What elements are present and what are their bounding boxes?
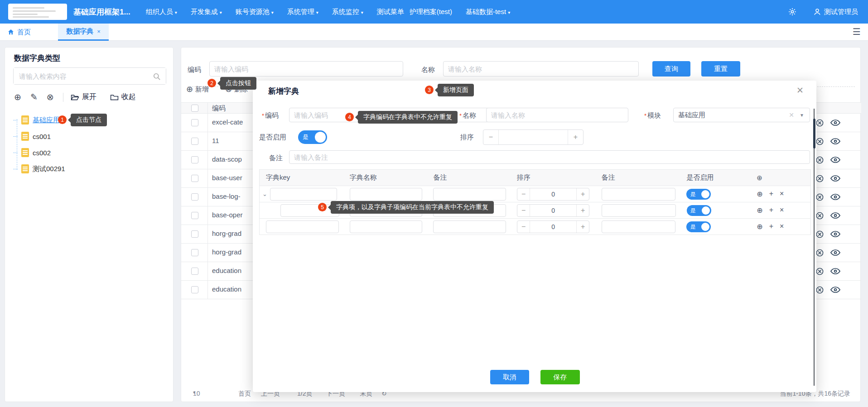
- expand-all-button[interactable]: 展开: [71, 92, 96, 102]
- modal-scrollbar[interactable]: [814, 109, 815, 386]
- search-button[interactable]: 查询: [652, 61, 690, 77]
- add-node-icon[interactable]: ⊕: [14, 92, 21, 102]
- add-child-row-icon[interactable]: ⊕: [757, 190, 762, 198]
- add-child-row-icon[interactable]: ⊕: [757, 206, 762, 215]
- row-checkbox[interactable]: [191, 119, 198, 126]
- stepper-value[interactable]: [499, 130, 568, 144]
- clear-icon[interactable]: ✕: [789, 111, 794, 119]
- modal-module-select[interactable]: 基础应用 ✕ ▼: [673, 108, 810, 122]
- current-user-name[interactable]: 测试管理员: [824, 8, 858, 16]
- filter-name-input[interactable]: [443, 61, 639, 77]
- tab-home[interactable]: 首页: [7, 24, 31, 41]
- add-child-row-icon[interactable]: ⊕: [757, 222, 762, 231]
- stepper-plus[interactable]: +: [576, 205, 589, 216]
- delete-row-icon[interactable]: ×: [780, 190, 784, 198]
- gear-icon[interactable]: [788, 7, 797, 16]
- view-icon[interactable]: [830, 175, 840, 182]
- close-icon[interactable]: ×: [97, 28, 101, 35]
- view-icon[interactable]: [830, 212, 840, 219]
- stepper-minus[interactable]: −: [517, 221, 530, 233]
- dict-name-input[interactable]: [350, 188, 423, 201]
- menu-item-nursing-archive[interactable]: 护理档案(test): [410, 8, 452, 16]
- view-icon[interactable]: [830, 138, 840, 145]
- cancel-button[interactable]: 取消: [490, 370, 529, 384]
- dict-remark-input[interactable]: [433, 220, 506, 233]
- page-first[interactable]: 首页: [238, 390, 251, 398]
- modal-enabled-switch[interactable]: 是: [298, 130, 327, 144]
- view-icon[interactable]: [830, 268, 840, 275]
- dict-key-input[interactable]: [270, 188, 337, 201]
- stepper-plus[interactable]: +: [576, 221, 589, 233]
- dict-remark2-input[interactable]: [602, 220, 676, 233]
- row-enabled-switch[interactable]: 是: [687, 205, 711, 216]
- save-button[interactable]: 保存: [540, 370, 580, 384]
- view-icon[interactable]: [830, 119, 840, 126]
- row-checkbox[interactable]: [191, 156, 198, 163]
- expand-row-icon[interactable]: ⌄: [262, 191, 267, 197]
- add-row-icon[interactable]: +: [769, 190, 773, 198]
- disable-icon[interactable]: [815, 137, 824, 146]
- delete-row-icon[interactable]: ×: [780, 206, 784, 215]
- disable-icon[interactable]: [815, 193, 824, 201]
- disable-icon[interactable]: [815, 211, 824, 220]
- row-enabled-switch[interactable]: 是: [686, 189, 711, 200]
- add-row-icon[interactable]: +: [769, 206, 773, 215]
- row-checkbox[interactable]: [191, 230, 198, 238]
- tree-search-input[interactable]: [14, 68, 166, 84]
- stepper-plus[interactable]: +: [568, 130, 583, 144]
- menu-item-sys-manage[interactable]: 系统管理▾: [287, 8, 318, 16]
- dict-remark2-input[interactable]: [602, 204, 676, 217]
- modal-scrollbar-thumb[interactable]: [813, 119, 815, 148]
- grid-add-column-icon[interactable]: ⊕: [750, 170, 810, 186]
- stepper-minus[interactable]: −: [517, 205, 530, 216]
- delete-node-icon[interactable]: ⊗: [47, 92, 54, 102]
- disable-icon[interactable]: [815, 249, 824, 257]
- edit-node-icon[interactable]: ✎: [30, 92, 38, 102]
- disable-icon[interactable]: [815, 174, 824, 183]
- view-icon[interactable]: [830, 230, 840, 238]
- dict-name-input[interactable]: [350, 220, 423, 233]
- select-all-checkbox[interactable]: [191, 105, 198, 112]
- row-checkbox[interactable]: [191, 212, 198, 219]
- modal-close-icon[interactable]: ✕: [796, 85, 804, 96]
- tree-node-cs001[interactable]: cs001: [13, 132, 51, 141]
- view-icon[interactable]: [830, 249, 840, 256]
- disable-icon[interactable]: [815, 156, 824, 164]
- collapse-all-button[interactable]: 收起: [110, 92, 136, 102]
- menu-item-account-pool[interactable]: 账号资源池▾: [236, 8, 274, 16]
- row-checkbox[interactable]: [191, 286, 198, 293]
- stepper-minus[interactable]: −: [483, 130, 499, 144]
- view-icon[interactable]: [830, 193, 840, 201]
- delete-row-icon[interactable]: ×: [780, 222, 784, 231]
- dict-remark2-input[interactable]: [602, 188, 676, 201]
- tree-node-base-app[interactable]: 基础应用: [13, 115, 60, 124]
- menu-item-sys-monitor[interactable]: 系统监控▾: [332, 8, 363, 16]
- row-checkbox[interactable]: [191, 193, 198, 201]
- disable-icon[interactable]: [815, 286, 824, 294]
- view-icon[interactable]: [830, 286, 840, 293]
- add-row-icon[interactable]: +: [769, 222, 773, 231]
- reset-button[interactable]: 重置: [701, 61, 740, 77]
- add-button[interactable]: ⊕新增: [186, 84, 209, 94]
- tree-node-test00291[interactable]: 测试00291: [13, 164, 65, 173]
- view-icon[interactable]: [830, 156, 840, 163]
- tree-node-cs002[interactable]: cs002: [13, 148, 51, 157]
- row-checkbox[interactable]: [191, 138, 198, 145]
- dict-remark-input[interactable]: [433, 188, 506, 201]
- menu-item-base-data-test[interactable]: 基础数据-test▾: [466, 8, 510, 16]
- modal-remark-input[interactable]: [289, 150, 810, 164]
- filter-code-input[interactable]: [209, 61, 403, 77]
- row-enabled-switch[interactable]: 是: [686, 221, 711, 232]
- dict-key-input[interactable]: [266, 220, 339, 233]
- row-checkbox[interactable]: [191, 175, 198, 182]
- modal-name-input[interactable]: [486, 108, 628, 122]
- row-checkbox[interactable]: [191, 268, 198, 275]
- menu-item-test-menu[interactable]: 测试菜单: [377, 8, 404, 16]
- menu-item-org[interactable]: 组织人员▾: [146, 8, 177, 16]
- menu-item-dev[interactable]: 开发集成▾: [191, 8, 222, 16]
- hamburger-icon[interactable]: ☰: [853, 26, 861, 37]
- disable-icon[interactable]: [815, 230, 824, 239]
- stepper-minus[interactable]: −: [517, 188, 530, 200]
- tab-data-dictionary[interactable]: 数据字典 ×: [58, 24, 109, 41]
- row-checkbox[interactable]: [191, 249, 198, 256]
